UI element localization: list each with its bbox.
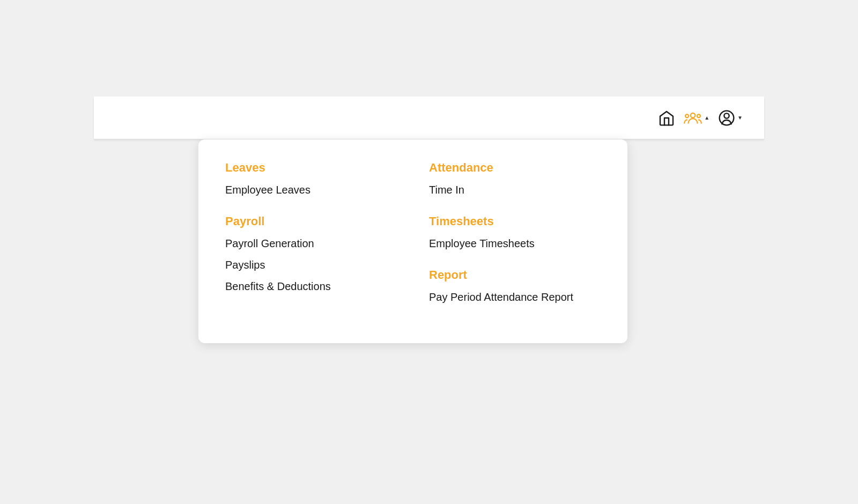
report-section-title: Report [429, 268, 601, 282]
leaves-section-title: Leaves [225, 161, 397, 175]
user-button[interactable]: ▼ [718, 109, 743, 127]
payslips-item[interactable]: Payslips [225, 257, 397, 272]
svg-point-2 [697, 114, 700, 117]
payroll-generation-item[interactable]: Payroll Generation [225, 236, 397, 251]
svg-point-4 [724, 113, 729, 118]
menu-column-left: Leaves Employee Leaves Payroll Payroll G… [225, 161, 397, 322]
payroll-section: Payroll Payroll Generation Payslips Bene… [225, 214, 397, 294]
team-chevron-up-icon: ▲ [704, 115, 709, 121]
menu-column-right: Attendance Time In Timesheets Employee T… [429, 161, 601, 322]
svg-point-1 [685, 114, 689, 117]
user-chevron-down-icon: ▼ [737, 115, 743, 121]
time-in-item[interactable]: Time In [429, 182, 601, 197]
home-button[interactable] [658, 109, 675, 127]
employee-leaves-item[interactable]: Employee Leaves [225, 182, 397, 197]
attendance-section: Attendance Time In [429, 161, 601, 197]
timesheets-section: Timesheets Employee Timesheets [429, 214, 601, 251]
dropdown-menu: Leaves Employee Leaves Payroll Payroll G… [198, 139, 627, 343]
report-section: Report Pay Period Attendance Report [429, 268, 601, 305]
leaves-section: Leaves Employee Leaves [225, 161, 397, 197]
team-button[interactable]: ▲ [684, 109, 709, 127]
timesheets-section-title: Timesheets [429, 214, 601, 228]
attendance-section-title: Attendance [429, 161, 601, 175]
nav-icons: ▲ ▼ [658, 109, 743, 127]
payroll-section-title: Payroll [225, 214, 397, 228]
navbar: ▲ ▼ [94, 97, 764, 139]
employee-timesheets-item[interactable]: Employee Timesheets [429, 236, 601, 251]
pay-period-attendance-report-item[interactable]: Pay Period Attendance Report [429, 290, 601, 305]
benefits-deductions-item[interactable]: Benefits & Deductions [225, 279, 397, 294]
svg-point-0 [691, 113, 696, 117]
